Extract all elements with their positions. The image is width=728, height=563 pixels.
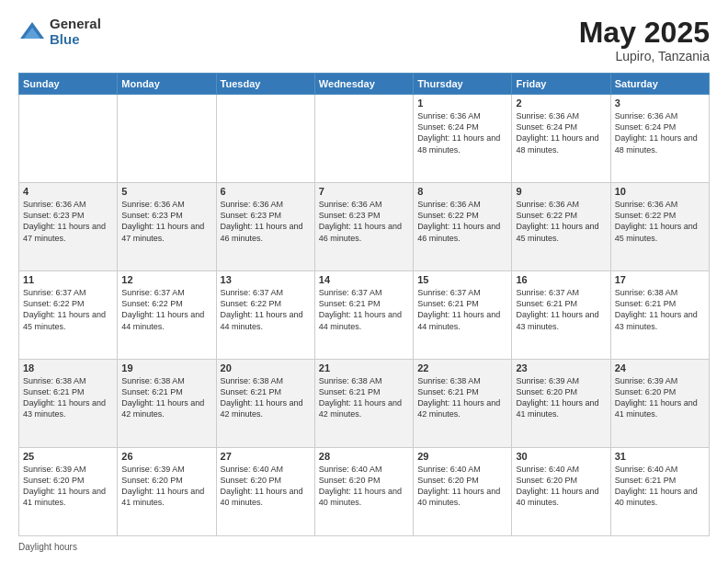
day-info: Sunrise: 6:37 AM Sunset: 6:22 PM Dayligh… <box>23 287 113 332</box>
day-info: Sunrise: 6:38 AM Sunset: 6:21 PM Dayligh… <box>121 375 211 420</box>
logo-blue-text: Blue <box>50 32 101 48</box>
day-info: Sunrise: 6:36 AM Sunset: 6:23 PM Dayligh… <box>121 199 211 244</box>
col-header-sunday: Sunday <box>19 74 118 95</box>
day-number: 27 <box>221 451 311 462</box>
calendar-cell <box>314 95 413 183</box>
day-info: Sunrise: 6:36 AM Sunset: 6:23 PM Dayligh… <box>23 199 113 244</box>
calendar-cell: 31Sunrise: 6:40 AM Sunset: 6:21 PM Dayli… <box>610 448 709 536</box>
calendar-cell: 9Sunrise: 6:36 AM Sunset: 6:22 PM Daylig… <box>512 183 610 271</box>
calendar-cell: 17Sunrise: 6:38 AM Sunset: 6:21 PM Dayli… <box>610 271 709 360</box>
day-number: 31 <box>615 451 705 462</box>
day-info: Sunrise: 6:38 AM Sunset: 6:21 PM Dayligh… <box>417 375 507 420</box>
calendar-cell: 8Sunrise: 6:36 AM Sunset: 6:22 PM Daylig… <box>414 183 512 271</box>
day-info: Sunrise: 6:39 AM Sunset: 6:20 PM Dayligh… <box>516 375 606 420</box>
calendar-cell: 23Sunrise: 6:39 AM Sunset: 6:20 PM Dayli… <box>512 360 610 448</box>
calendar-cell: 29Sunrise: 6:40 AM Sunset: 6:20 PM Dayli… <box>414 448 512 536</box>
title-month: May 2025 <box>579 17 710 49</box>
day-number: 30 <box>516 451 606 462</box>
day-number: 3 <box>615 98 705 109</box>
calendar-cell: 18Sunrise: 6:38 AM Sunset: 6:21 PM Dayli… <box>19 360 118 448</box>
day-info: Sunrise: 6:36 AM Sunset: 6:22 PM Dayligh… <box>417 199 507 244</box>
day-number: 28 <box>319 451 409 462</box>
logo: General Blue <box>18 17 101 47</box>
day-number: 14 <box>319 274 409 285</box>
col-header-friday: Friday <box>512 74 610 95</box>
calendar-cell: 26Sunrise: 6:39 AM Sunset: 6:20 PM Dayli… <box>118 448 216 536</box>
calendar-cell: 27Sunrise: 6:40 AM Sunset: 6:20 PM Dayli… <box>216 448 314 536</box>
day-info: Sunrise: 6:36 AM Sunset: 6:24 PM Dayligh… <box>516 110 606 155</box>
calendar-cell: 11Sunrise: 6:37 AM Sunset: 6:22 PM Dayli… <box>19 271 118 360</box>
day-info: Sunrise: 6:40 AM Sunset: 6:20 PM Dayligh… <box>417 464 507 509</box>
calendar-cell: 5Sunrise: 6:36 AM Sunset: 6:23 PM Daylig… <box>118 183 216 271</box>
calendar-cell: 25Sunrise: 6:39 AM Sunset: 6:20 PM Dayli… <box>19 448 118 536</box>
calendar-cell: 3Sunrise: 6:36 AM Sunset: 6:24 PM Daylig… <box>610 95 709 183</box>
day-number: 11 <box>23 274 113 285</box>
calendar-cell <box>216 95 314 183</box>
day-info: Sunrise: 6:38 AM Sunset: 6:21 PM Dayligh… <box>221 375 311 420</box>
calendar-cell: 22Sunrise: 6:38 AM Sunset: 6:21 PM Dayli… <box>414 360 512 448</box>
calendar-cell: 12Sunrise: 6:37 AM Sunset: 6:22 PM Dayli… <box>118 271 216 360</box>
calendar-header-row: Sunday Monday Tuesday Wednesday Thursday… <box>19 74 710 95</box>
col-header-wednesday: Wednesday <box>314 74 413 95</box>
day-info: Sunrise: 6:36 AM Sunset: 6:24 PM Dayligh… <box>615 110 705 155</box>
calendar-cell <box>19 95 118 183</box>
day-number: 29 <box>417 451 507 462</box>
calendar-cell: 28Sunrise: 6:40 AM Sunset: 6:20 PM Dayli… <box>314 448 413 536</box>
calendar-cell: 14Sunrise: 6:37 AM Sunset: 6:21 PM Dayli… <box>314 271 413 360</box>
day-number: 26 <box>121 451 211 462</box>
day-info: Sunrise: 6:37 AM Sunset: 6:21 PM Dayligh… <box>516 287 606 332</box>
calendar-cell: 2Sunrise: 6:36 AM Sunset: 6:24 PM Daylig… <box>512 95 610 183</box>
day-number: 2 <box>516 98 606 109</box>
calendar-cell: 10Sunrise: 6:36 AM Sunset: 6:22 PM Dayli… <box>610 183 709 271</box>
calendar-cell: 19Sunrise: 6:38 AM Sunset: 6:21 PM Dayli… <box>118 360 216 448</box>
calendar-cell: 21Sunrise: 6:38 AM Sunset: 6:21 PM Dayli… <box>314 360 413 448</box>
day-info: Sunrise: 6:36 AM Sunset: 6:23 PM Dayligh… <box>319 199 409 244</box>
day-info: Sunrise: 6:40 AM Sunset: 6:20 PM Dayligh… <box>319 464 409 509</box>
day-number: 7 <box>319 186 409 197</box>
day-info: Sunrise: 6:40 AM Sunset: 6:20 PM Dayligh… <box>516 464 606 509</box>
logo-general-text: General <box>50 17 101 32</box>
day-number: 15 <box>417 274 507 285</box>
calendar-table: Sunday Monday Tuesday Wednesday Thursday… <box>18 73 710 536</box>
day-number: 16 <box>516 274 606 285</box>
title-block: May 2025 Lupiro, Tanzania <box>579 17 710 63</box>
day-number: 5 <box>121 186 211 197</box>
day-number: 22 <box>417 362 507 373</box>
title-location: Lupiro, Tanzania <box>579 49 710 63</box>
day-number: 21 <box>319 362 409 373</box>
day-number: 4 <box>23 186 113 197</box>
day-info: Sunrise: 6:39 AM Sunset: 6:20 PM Dayligh… <box>121 464 211 509</box>
daylight-label: Daylight hours <box>18 542 77 552</box>
day-info: Sunrise: 6:36 AM Sunset: 6:22 PM Dayligh… <box>615 199 705 244</box>
calendar-cell: 30Sunrise: 6:40 AM Sunset: 6:20 PM Dayli… <box>512 448 610 536</box>
day-info: Sunrise: 6:38 AM Sunset: 6:21 PM Dayligh… <box>319 375 409 420</box>
calendar-cell <box>118 95 216 183</box>
logo-icon <box>18 18 46 46</box>
day-number: 17 <box>615 274 705 285</box>
calendar-cell: 20Sunrise: 6:38 AM Sunset: 6:21 PM Dayli… <box>216 360 314 448</box>
calendar-cell: 24Sunrise: 6:39 AM Sunset: 6:20 PM Dayli… <box>610 360 709 448</box>
logo-text: General Blue <box>50 17 101 47</box>
col-header-tuesday: Tuesday <box>216 74 314 95</box>
calendar-cell: 15Sunrise: 6:37 AM Sunset: 6:21 PM Dayli… <box>414 271 512 360</box>
footer: Daylight hours <box>18 542 710 552</box>
col-header-saturday: Saturday <box>610 74 709 95</box>
day-number: 24 <box>615 362 705 373</box>
calendar-cell: 6Sunrise: 6:36 AM Sunset: 6:23 PM Daylig… <box>216 183 314 271</box>
day-number: 25 <box>23 451 113 462</box>
day-info: Sunrise: 6:37 AM Sunset: 6:21 PM Dayligh… <box>417 287 507 332</box>
day-info: Sunrise: 6:36 AM Sunset: 6:22 PM Dayligh… <box>516 199 606 244</box>
day-info: Sunrise: 6:36 AM Sunset: 6:23 PM Dayligh… <box>221 199 311 244</box>
day-info: Sunrise: 6:37 AM Sunset: 6:22 PM Dayligh… <box>221 287 311 332</box>
day-number: 19 <box>121 362 211 373</box>
day-info: Sunrise: 6:37 AM Sunset: 6:21 PM Dayligh… <box>319 287 409 332</box>
day-info: Sunrise: 6:39 AM Sunset: 6:20 PM Dayligh… <box>615 375 705 420</box>
col-header-thursday: Thursday <box>414 74 512 95</box>
day-number: 13 <box>221 274 311 285</box>
day-info: Sunrise: 6:40 AM Sunset: 6:21 PM Dayligh… <box>615 464 705 509</box>
day-number: 1 <box>417 98 507 109</box>
calendar-cell: 1Sunrise: 6:36 AM Sunset: 6:24 PM Daylig… <box>414 95 512 183</box>
col-header-monday: Monday <box>118 74 216 95</box>
calendar-cell: 16Sunrise: 6:37 AM Sunset: 6:21 PM Dayli… <box>512 271 610 360</box>
day-number: 8 <box>417 186 507 197</box>
